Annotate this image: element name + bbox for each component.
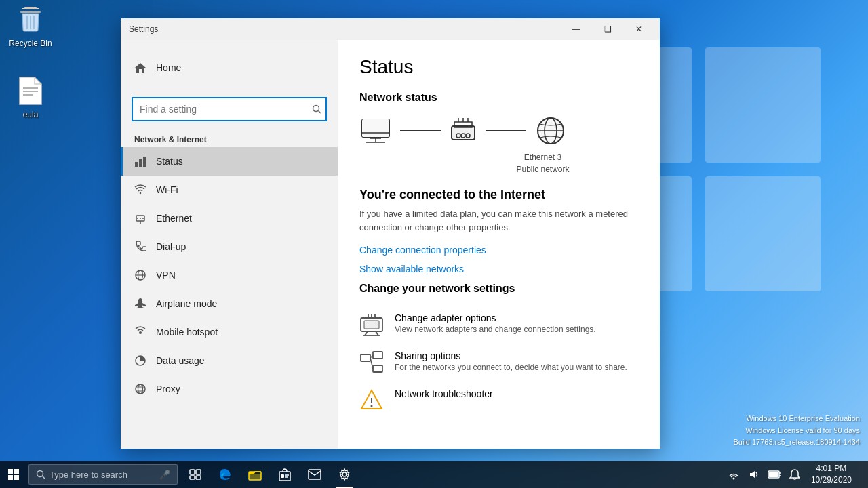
search-icon bbox=[312, 104, 321, 114]
dialup-label: Dial-up bbox=[156, 241, 186, 252]
adapter-options[interactable]: Change adapter options View network adap… bbox=[359, 306, 638, 344]
svg-rect-75 bbox=[249, 472, 254, 474]
title-bar: Settings — ❑ ✕ bbox=[121, 18, 660, 40]
win-info-line1: Windows 10 Enterprise Evaluation bbox=[733, 413, 860, 425]
svg-rect-78 bbox=[281, 474, 284, 478]
eula-file[interactable]: eula bbox=[3, 75, 58, 119]
taskbar: Type here to search 🎤 bbox=[0, 461, 868, 488]
adapter-title: Change adapter options bbox=[395, 312, 596, 323]
taskbar-search-text: Type here to search bbox=[50, 470, 127, 480]
taskbar-search[interactable]: Type here to search 🎤 bbox=[28, 464, 178, 485]
eula-label: eula bbox=[3, 110, 58, 119]
edge-taskbar[interactable] bbox=[210, 461, 240, 488]
svg-point-68 bbox=[37, 471, 43, 477]
vpn-label: VPN bbox=[156, 270, 176, 281]
troubleshooter-icon bbox=[359, 388, 384, 413]
sidebar-item-home[interactable]: Home bbox=[134, 54, 324, 82]
store-taskbar[interactable] bbox=[270, 461, 300, 488]
clock-date: 10/29/2020 bbox=[811, 474, 852, 486]
network-status-title: Network status bbox=[359, 92, 638, 104]
vpn-icon bbox=[134, 269, 146, 281]
troubleshooter-text: Network troubleshooter bbox=[395, 388, 493, 401]
svg-point-63 bbox=[371, 405, 373, 407]
svg-rect-76 bbox=[249, 474, 261, 480]
svg-rect-58 bbox=[373, 352, 382, 359]
svg-point-29 bbox=[138, 384, 143, 394]
search-box bbox=[132, 97, 327, 121]
sharing-icon bbox=[359, 350, 384, 375]
svg-rect-53 bbox=[364, 321, 379, 329]
notification-icon[interactable] bbox=[785, 461, 804, 488]
svg-rect-57 bbox=[361, 354, 370, 361]
hotspot-icon bbox=[134, 326, 146, 338]
sidebar-item-datausage[interactable]: Data usage bbox=[121, 346, 338, 375]
sidebar-item-hotspot[interactable]: Mobile hotspot bbox=[121, 318, 338, 346]
adapter-icon bbox=[359, 312, 384, 337]
troubleshooter-title: Network troubleshooter bbox=[395, 388, 493, 399]
minimize-button[interactable]: — bbox=[561, 18, 592, 40]
show-networks-link[interactable]: Show available networks bbox=[359, 264, 638, 274]
svg-point-28 bbox=[136, 384, 145, 394]
airplane-label: Airplane mode bbox=[156, 298, 217, 309]
sidebar-item-wifi[interactable]: Wi-Fi bbox=[121, 176, 338, 204]
status-label: Status bbox=[156, 156, 183, 167]
globe-icon bbox=[534, 115, 567, 147]
home-icon bbox=[134, 62, 146, 74]
battery-tray-icon[interactable] bbox=[765, 461, 784, 488]
change-connection-link[interactable]: Change connection properties bbox=[359, 245, 638, 256]
search-input[interactable] bbox=[132, 97, 327, 121]
svg-rect-16 bbox=[139, 159, 142, 167]
wifi-label: Wi-Fi bbox=[156, 184, 178, 195]
clock-time: 4:01 PM bbox=[816, 463, 847, 474]
sidebar-item-airplane[interactable]: Airplane mode bbox=[121, 289, 338, 318]
maximize-button[interactable]: ❑ bbox=[592, 18, 623, 40]
win-info-line3: Build 17763.rs5_release.180914-1434 bbox=[733, 436, 860, 449]
svg-rect-5 bbox=[24, 7, 37, 9]
svg-rect-64 bbox=[8, 469, 13, 474]
mail-taskbar[interactable] bbox=[300, 461, 330, 488]
settings-window: Settings — ❑ ✕ H bbox=[121, 18, 660, 449]
svg-point-82 bbox=[342, 472, 347, 476]
explorer-taskbar[interactable] bbox=[240, 461, 270, 488]
task-view-button[interactable] bbox=[180, 461, 210, 488]
sharing-options[interactable]: Sharing options For the networks you con… bbox=[359, 344, 638, 382]
proxy-label: Proxy bbox=[156, 384, 180, 394]
settings-taskbar[interactable] bbox=[330, 461, 359, 488]
svg-rect-65 bbox=[14, 469, 19, 474]
close-button[interactable]: ✕ bbox=[623, 18, 654, 40]
change-settings-title: Change your network settings bbox=[359, 283, 638, 295]
svg-line-69 bbox=[43, 476, 45, 479]
svg-rect-70 bbox=[190, 470, 195, 474]
page-title: Status bbox=[359, 56, 638, 78]
start-button[interactable] bbox=[0, 461, 27, 488]
network-tray-icon[interactable] bbox=[724, 461, 743, 488]
svg-line-14 bbox=[319, 111, 321, 114]
eula-file-icon bbox=[17, 75, 44, 107]
sidebar-item-ethernet[interactable]: Ethernet bbox=[121, 204, 338, 232]
svg-rect-6 bbox=[20, 11, 41, 13]
sidebar-item-vpn[interactable]: VPN bbox=[121, 261, 338, 289]
svg-line-61 bbox=[370, 358, 373, 369]
sidebar-item-proxy[interactable]: Proxy bbox=[121, 375, 338, 403]
wifi-icon bbox=[134, 184, 146, 196]
recycle-bin[interactable]: Recycle Bin bbox=[3, 3, 58, 48]
sharing-desc: For the networks you connect to, decide … bbox=[395, 363, 627, 372]
volume-tray-icon[interactable] bbox=[745, 461, 764, 488]
svg-rect-73 bbox=[196, 476, 201, 479]
sidebar-item-dialup[interactable]: Dial-up bbox=[121, 232, 338, 261]
svg-rect-72 bbox=[190, 476, 195, 479]
sidebar-item-status[interactable]: Status bbox=[121, 147, 338, 176]
adapter-text: Change adapter options View network adap… bbox=[395, 312, 596, 334]
network-line-1 bbox=[400, 130, 441, 131]
show-desktop-button[interactable] bbox=[859, 461, 863, 488]
system-clock[interactable]: 4:01 PM 10/29/2020 bbox=[806, 463, 857, 486]
troubleshooter-option[interactable]: Network troubleshooter bbox=[359, 382, 638, 420]
hotspot-label: Mobile hotspot bbox=[156, 327, 218, 338]
ethernet-label-diagram: Ethernet 3 bbox=[448, 152, 638, 162]
router-icon bbox=[449, 117, 477, 145]
microphone-icon: 🎤 bbox=[159, 470, 170, 480]
svg-rect-15 bbox=[135, 162, 138, 167]
main-content: Status Network status bbox=[338, 40, 660, 449]
connected-desc: If you have a limited data plan, you can… bbox=[359, 207, 638, 234]
sharing-text: Sharing options For the networks you con… bbox=[395, 350, 627, 372]
